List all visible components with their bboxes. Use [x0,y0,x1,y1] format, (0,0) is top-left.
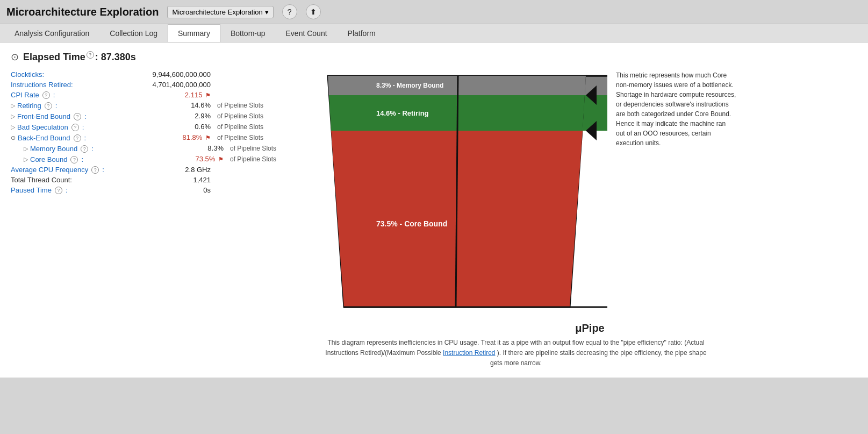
metric-label-backend-bound[interactable]: ⊙ Back-End Bound?: [11,134,129,142]
metric-value-paused-time: 0s [129,186,215,194]
tooltip-text: This metric represents how much Core non… [616,72,736,147]
tab-platform[interactable]: Platform [338,24,386,42]
upipe-link[interactable]: Instruction Retired [443,349,495,357]
metric-pipeline-bad-speculation: of Pipeline Slots [217,123,263,131]
metric-cpi-rate: CPI Rate?: 2.115 ⚑ [11,91,312,99]
metric-value-avg-cpu-freq: 2.8 GHz [129,166,215,174]
metric-value-retiring: 14.6% [129,101,215,109]
metric-label-paused-time[interactable]: Paused Time?: [11,186,129,194]
elapsed-time-title: Elapsed Time?: 87.380s [23,51,136,63]
metric-bad-speculation: ▷ Bad Speculation?: 0.6% of Pipeline Slo… [11,123,312,131]
metric-paused-time: Paused Time?: 0s [11,186,312,194]
svg-text:73.5% - Core Bound: 73.5% - Core Bound [376,219,447,228]
metric-value-core-bound: 73.5% ⚑ [142,155,228,163]
bad-spec-help-icon[interactable]: ? [71,124,79,131]
metric-value-bad-speculation: 0.6% [129,123,215,131]
metric-pipeline-backend: of Pipeline Slots [217,134,263,141]
metric-value-frontend-bound: 2.9% [129,112,215,120]
upipe-title: μPipe [322,322,857,335]
metric-instructions-retired: Instructions Retired: 4,701,400,000,000 [11,81,312,89]
chart-area: 8.3% - Memory Bound 14.6% - Retiring 73.… [322,70,857,369]
tab-analysis-configuration[interactable]: Analysis Configuration [4,24,99,42]
elapsed-help-icon[interactable]: ? [87,51,94,59]
metric-pipeline-retiring: of Pipeline Slots [217,102,263,109]
metric-value-cpi-rate: 2.115 ⚑ [129,91,215,99]
content-flex: Clockticks: 9,944,600,000,000 Instructio… [11,70,857,369]
metric-value-instructions-retired: 4,701,400,000,000 [129,81,215,89]
metric-retiring: ▷ Retiring?: 14.6% of Pipeline Slots [11,101,312,110]
frontend-help-icon[interactable]: ? [74,113,81,120]
metric-label-core-bound[interactable]: ▷ Core Bound?: [24,155,142,163]
expand-icon-retiring[interactable]: ▷ [11,102,15,109]
svg-text:14.6% - Retiring: 14.6% - Retiring [376,109,429,117]
elapsed-time-row: ⊙ Elapsed Time?: 87.380s [11,51,857,63]
metric-avg-cpu-freq: Average CPU Frequency?: 2.8 GHz [11,166,312,174]
metric-value-backend-bound: 81.8% ⚑ [129,133,215,141]
pipe-diagram: 8.3% - Memory Bound 14.6% - Retiring 73.… [322,70,607,318]
cpi-help-icon[interactable]: ? [42,91,50,99]
dropdown-label: Microarchitecture Exploration [172,8,262,16]
flag-icon-cpi: ⚑ [205,92,211,98]
expand-icon-frontend[interactable]: ▷ [11,113,15,120]
metric-value-memory-bound: 8.3% [142,144,228,152]
avg-cpu-help-icon[interactable]: ? [91,166,99,174]
metric-backend-bound: ⊙ Back-End Bound?: 81.8% ⚑ of Pipeline S… [11,133,312,142]
metric-label-memory-bound[interactable]: ▷ Memory Bound?: [24,145,142,153]
metric-label-bad-speculation[interactable]: ▷ Bad Speculation?: [11,123,129,131]
metric-label-total-thread-count: Total Thread Count: [11,176,129,184]
main-content: ⊙ Elapsed Time?: 87.380s Clockticks: 9,9… [0,42,868,378]
tooltip-panel: This metric represents how much Core non… [607,70,736,148]
metric-clockticks: Clockticks: 9,944,600,000,000 [11,70,312,79]
title-bar: Microarchitecture Exploration Microarchi… [0,0,868,24]
expand-icon-core[interactable]: ▷ [24,156,28,163]
memory-help-icon[interactable]: ? [81,145,88,153]
tab-bar: Analysis Configuration Collection Log Su… [0,24,868,42]
metric-memory-bound: ▷ Memory Bound?: 8.3% of Pipeline Slots [11,144,312,153]
expand-icon-memory[interactable]: ▷ [24,145,28,152]
metric-total-thread-count: Total Thread Count: 1,421 [11,176,312,184]
metric-label-clockticks[interactable]: Clockticks: [11,70,129,79]
svg-text:8.3% - Memory Bound: 8.3% - Memory Bound [376,82,443,89]
share-button[interactable]: ⬆ [306,4,321,19]
metric-label-cpi-rate[interactable]: CPI Rate?: [11,91,129,99]
metric-label-instructions-retired[interactable]: Instructions Retired: [11,81,129,89]
pipe-svg: 8.3% - Memory Bound 14.6% - Retiring 73.… [322,70,607,318]
metric-pipeline-core: of Pipeline Slots [230,155,276,163]
metrics-panel: Clockticks: 9,944,600,000,000 Instructio… [11,70,312,369]
backend-help-icon[interactable]: ? [74,134,81,142]
help-icon: ? [288,8,292,16]
core-help-icon[interactable]: ? [70,156,78,163]
dropdown-button[interactable]: Microarchitecture Exploration ▾ [167,6,273,18]
metric-core-bound: ▷ Core Bound?: 73.5% ⚑ of Pipeline Slots [11,155,312,163]
tab-collection-log[interactable]: Collection Log [99,24,168,42]
upipe-section: μPipe This diagram represents inefficien… [322,322,857,369]
metric-label-frontend-bound[interactable]: ▷ Front-End Bound?: [11,112,129,120]
expand-icon-backend[interactable]: ⊙ [11,134,16,141]
upipe-description: This diagram represents inefficiencies i… [322,338,709,369]
tab-summary[interactable]: Summary [168,24,220,42]
help-button[interactable]: ? [282,4,297,19]
metric-pipeline-frontend: of Pipeline Slots [217,112,263,120]
metric-pipeline-memory: of Pipeline Slots [230,145,276,152]
metric-label-avg-cpu-freq[interactable]: Average CPU Frequency?: [11,166,129,174]
collapse-icon[interactable]: ⊙ [11,51,19,63]
share-icon: ⬆ [310,8,317,16]
tab-bottom-up[interactable]: Bottom-up [220,24,276,42]
metric-label-retiring[interactable]: ▷ Retiring?: [11,102,129,110]
metric-value-clockticks: 9,944,600,000,000 [129,70,215,79]
retiring-help-icon[interactable]: ? [45,102,52,110]
paused-help-icon[interactable]: ? [55,187,62,194]
metric-frontend-bound: ▷ Front-End Bound?: 2.9% of Pipeline Slo… [11,112,312,120]
flag-icon-core: ⚑ [218,156,224,162]
flag-icon-backend: ⚑ [205,134,211,141]
metric-value-total-thread-count: 1,421 [129,176,215,184]
svg-marker-1 [328,76,586,95]
tab-event-count[interactable]: Event Count [276,24,338,42]
chevron-down-icon: ▾ [265,8,269,16]
app-title: Microarchitecture Exploration [6,6,159,18]
expand-icon-bad-speculation[interactable]: ▷ [11,124,15,131]
